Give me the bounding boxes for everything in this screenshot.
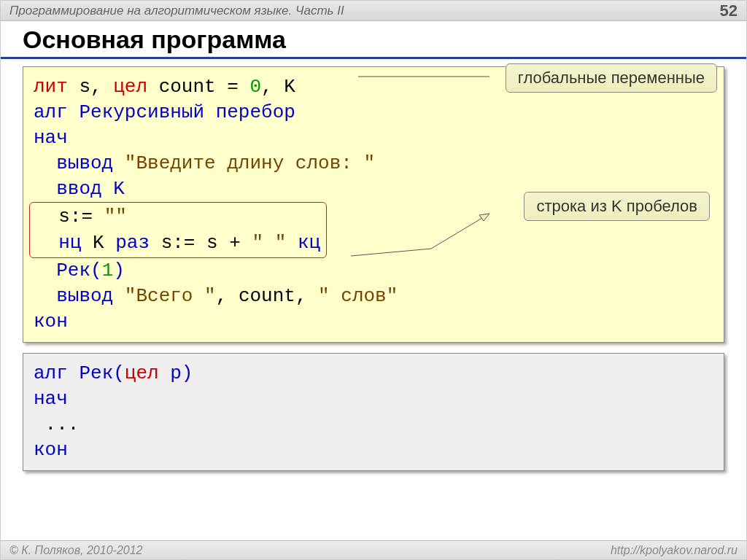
svg-marker-1 (479, 214, 489, 221)
callout-connector-icon (358, 72, 497, 94)
code-line: вывод "Всего ", count, " слов" (34, 284, 713, 309)
code-line: вывод "Введите длину слов: " (34, 151, 713, 176)
code-line: нач (34, 386, 713, 412)
code-line: s:= "" (36, 204, 320, 230)
header-bar: Программирование на алгоритмическом язык… (1, 1, 746, 21)
code-line: нач (34, 125, 713, 151)
slide-title: Основная программа (1, 21, 746, 59)
footer-url: http://kpolyakov.narod.ru (611, 544, 738, 556)
content-area: лит s, цел count = 0, K алг Рекурсивный … (1, 59, 746, 489)
header-subject: Программирование на алгоритмическом язык… (9, 4, 344, 18)
highlighted-code-box: s:= "" нц K раз s:= s + " " кц (29, 202, 327, 257)
callout-connector-icon (344, 212, 504, 263)
sub-code-block: алг Рек(цел p) нач ... кон (23, 353, 724, 471)
code-line: нц K раз s:= s + " " кц (36, 230, 320, 256)
code-line: алг Рекурсивный перебор (34, 100, 713, 125)
code-line: ... (34, 412, 713, 438)
code-line: кон (34, 309, 713, 335)
footer-copyright: © К. Поляков, 2010-2012 (9, 544, 142, 556)
callout-global-vars: глобальные переменные (506, 63, 717, 93)
page-number: 52 (720, 1, 738, 20)
code-line: кон (34, 438, 713, 463)
code-line: алг Рек(цел p) (34, 361, 713, 386)
callout-spaces-string: строка из K пробелов (524, 192, 710, 221)
footer-bar: © К. Поляков, 2010-2012 http://kpolyakov… (1, 540, 746, 559)
